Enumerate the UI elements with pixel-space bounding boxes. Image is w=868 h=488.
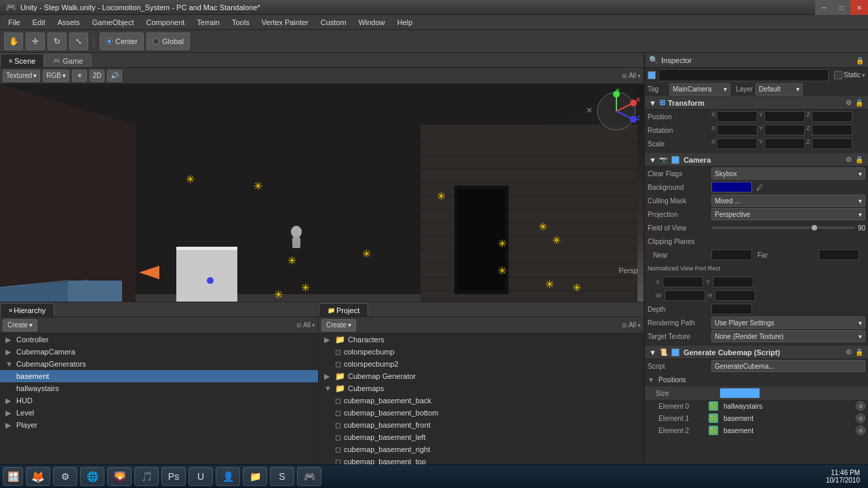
- pos-x-input[interactable]: -1.59306: [717, 111, 757, 122]
- generate-cubemap-enable-checkbox[interactable]: [671, 348, 679, 357]
- hier-item-hallwaystairs[interactable]: hallwaystairs: [0, 382, 318, 394]
- proj-item-colorspecbump[interactable]: ◻ colorspecbump: [319, 346, 644, 358]
- culling-mask-dropdown[interactable]: Mixed ... ▾: [711, 195, 865, 207]
- pos-y-input[interactable]: 1.529954: [764, 111, 805, 122]
- transform-lock-icon[interactable]: 🔒: [854, 98, 864, 108]
- target-texture-dropdown[interactable]: None (Render Texture) ▾: [711, 330, 865, 342]
- vp-h-input[interactable]: 1: [715, 290, 755, 301]
- fov-slider[interactable]: 90: [711, 222, 865, 233]
- move-tool-button[interactable]: ✛: [26, 33, 45, 50]
- hier-item-hud[interactable]: ▶ HUD: [0, 394, 318, 407]
- hier-item-basement[interactable]: basement: [0, 370, 318, 382]
- rot-x-input[interactable]: 0: [717, 125, 757, 136]
- rot-z-input[interactable]: 0: [812, 125, 852, 136]
- depth-input[interactable]: 0: [711, 304, 752, 314]
- scene-view[interactable]: ✳ ✳ ✳ ✳ ✳ ✳ ✳ ✳ ✳ ✳ ✳ ✳ ✳ ✳ ✳ ✳: [0, 84, 644, 302]
- center-toggle[interactable]: Center: [100, 33, 144, 50]
- proj-item-characters[interactable]: ▶ 📁 Characters: [319, 333, 644, 346]
- menu-item-window[interactable]: Window: [353, 17, 391, 28]
- hier-item-controller[interactable]: ▶ Controller: [0, 333, 318, 346]
- hier-item-cubemapgenerators[interactable]: ▼ CubemapGenerators: [0, 358, 318, 370]
- camera-lock-icon[interactable]: 🔒: [854, 155, 864, 165]
- menu-item-component[interactable]: Component: [140, 17, 190, 28]
- transform-section-header[interactable]: ▼ ⊞ Transform ⚙ 🔒: [645, 96, 868, 110]
- photoshop-btn[interactable]: Ps: [161, 467, 186, 486]
- rotate-tool-button[interactable]: ↻: [47, 33, 66, 50]
- color-picker-icon[interactable]: 🖊: [755, 182, 764, 192]
- scale-x-input[interactable]: 1: [717, 138, 757, 149]
- menu-item-terrain[interactable]: Terrain: [191, 17, 225, 28]
- menu-item-help[interactable]: Help: [392, 17, 418, 28]
- near-input[interactable]: 0.3: [711, 249, 752, 260]
- menu-item-assets[interactable]: Assets: [52, 17, 85, 28]
- unity-btn[interactable]: U: [189, 467, 213, 486]
- scale-tool-button[interactable]: ⤡: [69, 33, 88, 50]
- camera-settings-icon[interactable]: ⚙: [844, 155, 853, 165]
- size-input[interactable]: 3: [719, 388, 760, 399]
- camera-enable-checkbox[interactable]: [671, 156, 679, 164]
- ie-btn[interactable]: 🌐: [80, 467, 104, 486]
- menu-item-vertex-painter[interactable]: Vertex Painter: [256, 17, 314, 28]
- color-mode-dropdown[interactable]: RGB ▾: [43, 70, 69, 82]
- scene-light-btn[interactable]: ☀: [72, 70, 87, 82]
- vp-w-input[interactable]: 1: [665, 290, 705, 301]
- tab-game[interactable]: 🎮 Game: [44, 54, 92, 67]
- close-button[interactable]: ✕: [850, 0, 868, 15]
- hier-item-cubemapcamera[interactable]: ▶ CubemapCamera: [0, 346, 318, 358]
- winamp-btn[interactable]: 🎵: [134, 467, 159, 486]
- script-ref[interactable]: GenerateCubema...: [711, 360, 865, 372]
- tab-project[interactable]: 📁 Project: [319, 303, 368, 317]
- explorer-btn[interactable]: 📁: [243, 467, 267, 486]
- proj-item-cb-bottom[interactable]: ◻ cubemap_basement_bottom: [319, 407, 644, 419]
- menu-item-file[interactable]: File: [3, 17, 26, 28]
- hier-item-level[interactable]: ▶ Level: [0, 407, 318, 419]
- background-color-swatch[interactable]: [711, 182, 752, 192]
- draw-mode-dropdown[interactable]: Textured ▾: [3, 70, 40, 82]
- proj-item-cb-left[interactable]: ◻ cubemap_basement_left: [319, 431, 644, 443]
- rendering-dropdown[interactable]: Use Player Settings ▾: [711, 317, 865, 329]
- pos-z-input[interactable]: 2.053317: [812, 111, 852, 122]
- generate-cubemap-section-header[interactable]: ▼ 📜 Generate Cubemap (Script) ⚙ 🔒: [645, 346, 868, 359]
- tab-hierarchy[interactable]: ≡ Hierarchy: [0, 303, 54, 317]
- task4-btn[interactable]: 🌄: [107, 467, 132, 486]
- task11-btn[interactable]: 🎮: [297, 467, 321, 486]
- hier-item-player[interactable]: ▶ Player: [0, 419, 318, 431]
- minimize-button[interactable]: ─: [815, 0, 833, 15]
- menu-item-edit[interactable]: Edit: [27, 17, 51, 28]
- hierarchy-create-btn[interactable]: Create ▾: [3, 319, 37, 331]
- task8-btn[interactable]: 👤: [216, 467, 240, 486]
- proj-item-cb-right[interactable]: ◻ cubemap_basement_right: [319, 443, 644, 455]
- element-0-picker-btn[interactable]: ⊙: [856, 401, 865, 411]
- proj-item-cb-back[interactable]: ◻ cubemap_basement_back: [319, 394, 644, 407]
- camera-section-header[interactable]: ▼ 📷 Camera ⚙ 🔒: [645, 153, 868, 167]
- vp-y-input[interactable]: 0: [713, 277, 753, 287]
- tab-scene[interactable]: ≡ Scene: [0, 54, 44, 67]
- menu-item-gameobject[interactable]: GameObject: [87, 17, 140, 28]
- projection-dropdown[interactable]: Perspective ▾: [711, 208, 865, 220]
- vp-x-input[interactable]: 0: [663, 277, 703, 287]
- fov-thumb[interactable]: [812, 225, 817, 230]
- proj-item-colorspecbump2[interactable]: ◻ colorspecbump2: [319, 358, 644, 370]
- task2-btn[interactable]: ⚙: [53, 467, 77, 486]
- element-1-picker-btn[interactable]: ⊙: [856, 413, 865, 423]
- scene-2d-btn[interactable]: 2D: [90, 70, 104, 82]
- proj-item-cubemap-gen[interactable]: ▶ 📁 Cubemap Generator: [319, 370, 644, 382]
- obj-name-input[interactable]: CubemapCamera: [658, 69, 829, 81]
- hand-tool-button[interactable]: ✋: [4, 33, 23, 50]
- firefox-btn[interactable]: 🦊: [26, 467, 50, 486]
- clear-flags-dropdown[interactable]: Skybox ▾: [711, 167, 865, 180]
- tag-dropdown[interactable]: MainCamera ▾: [669, 83, 730, 96]
- layer-dropdown[interactable]: Default ▾: [755, 83, 803, 96]
- generate-cubemap-lock-icon[interactable]: 🔒: [854, 348, 864, 357]
- element-2-picker-btn[interactable]: ⊙: [856, 426, 865, 435]
- scale-y-input[interactable]: 1: [764, 138, 805, 149]
- skype-btn[interactable]: S: [270, 467, 294, 486]
- global-toggle[interactable]: Global: [146, 33, 190, 50]
- generate-cubemap-settings-icon[interactable]: ⚙: [844, 348, 853, 357]
- transform-settings-icon[interactable]: ⚙: [844, 98, 853, 108]
- rot-y-input[interactable]: 0: [764, 125, 805, 136]
- static-checkbox[interactable]: [834, 71, 842, 79]
- scene-close-icon[interactable]: ✕: [586, 106, 593, 115]
- inspector-lock-icon[interactable]: 🔒: [856, 57, 864, 64]
- project-create-btn[interactable]: Create ▾: [321, 319, 356, 331]
